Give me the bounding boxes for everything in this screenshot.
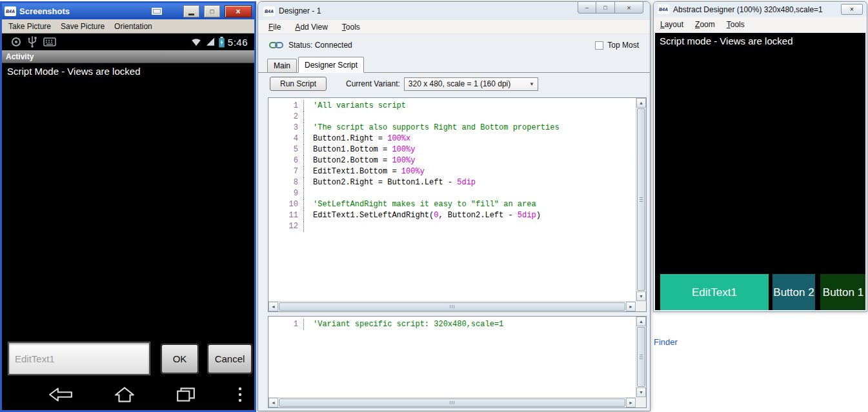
main-script-editor[interactable]: 1'All variants script23'The script also … [268,97,647,312]
battery-icon [218,37,225,48]
menu-add-view[interactable]: Add View [291,21,332,33]
menu-layout[interactable]: Layout [660,20,683,29]
abstract-designer-window: B4A Abstract Designer (100%) 320x480,sca… [653,1,867,312]
code-value: 5dip [518,211,536,220]
minimize-button[interactable]: – [578,2,596,14]
horizontal-scroll-thumb[interactable] [279,302,625,311]
code-value: 100%y [392,156,415,165]
designer-titlebar[interactable]: B4A Designer - 1 – □ × [258,2,650,20]
scroll-left-icon[interactable]: ◄ [268,398,278,407]
variant-dropdown[interactable]: 320 x 480, scale = 1 (160 dpi) ▼ [404,77,538,91]
menu-file[interactable]: File [265,21,285,33]
design-canvas[interactable]: Script mode - Views are locked EditText1… [655,33,865,310]
screen-capture-icon[interactable] [152,8,162,15]
android-statusbar: 5:46 [2,34,254,50]
line-number: 2 [268,112,303,123]
ok-button-label: OK [173,353,187,364]
maximize-button[interactable]: □ [596,2,615,14]
code-line: 6Button2.Bottom = 100%y [268,155,636,166]
line-number: 3 [268,123,303,133]
script-mode-message: Script mode - Views are locked [655,33,865,49]
usb-icon [28,36,37,48]
code-comment: 'The script also supports Right and Bott… [313,123,560,132]
code-value: 100%y [392,145,415,154]
scroll-down-icon[interactable]: ▼ [636,291,646,301]
line-number: 11 [268,210,303,221]
menu-orientation[interactable]: Orientation [114,22,152,31]
close-button[interactable]: × [225,5,252,17]
code-text: 'The script also supports Right and Bott… [303,123,636,133]
back-icon[interactable] [48,387,73,402]
screenshots-menubar: Take Picture Save Picture Orientation [2,19,254,34]
line-number: 1 [268,101,303,112]
close-button[interactable]: × [615,2,643,14]
scroll-right-icon[interactable]: ► [626,302,636,311]
run-script-button[interactable]: Run Script [270,77,327,91]
cancel-button[interactable]: Cancel [208,344,252,373]
code-code: Button1.Right = [313,134,387,143]
maximize-button[interactable]: □ [204,5,220,17]
scroll-up-icon[interactable]: ▲ [636,317,646,326]
code-comment: 'SetLeftAndRight makes it easy to "fill"… [313,200,536,209]
scroll-up-icon[interactable]: ▲ [636,98,646,108]
scroll-left-icon[interactable]: ◄ [268,302,278,311]
minimize-button[interactable] [183,5,199,17]
designer-menubar: File Add View Tools [258,20,650,34]
line-number: 6 [268,155,303,166]
vertical-scroll-thumb[interactable] [637,327,645,387]
scroll-right-icon[interactable]: ► [626,398,636,407]
window-controls: – □ × [578,2,643,14]
horizontal-scroll-thumb[interactable] [279,398,625,407]
close-button[interactable]: × [841,4,863,15]
statusbar-right-icons [190,37,225,48]
home-icon[interactable] [114,386,135,403]
background-finder-link[interactable]: Finder [654,337,678,347]
menu-dots-icon[interactable] [237,386,243,403]
script-toolbar: Run Script Current Variant: 320 x 480, s… [258,73,650,95]
designer-tabs: Main Designer Script [258,56,650,73]
variant-script-code[interactable]: 1'Variant specific script: 320x480,scale… [268,317,636,397]
line-number: 9 [268,188,303,199]
widget-label: EditText1 [692,286,737,299]
top-most-checkbox[interactable] [595,41,603,50]
menu-zoom[interactable]: Zoom [695,20,715,29]
desktop: We're changing our privacy policy and te… [0,0,868,412]
tab-main[interactable]: Main [267,59,297,72]
screenshots-titlebar[interactable]: B4A Screenshots □ × [2,3,254,19]
menu-save-picture[interactable]: Save Picture [61,22,105,31]
code-code: EditText1.SetLeftAndRight( [313,211,434,220]
recents-icon[interactable] [176,386,196,403]
edittext1-field[interactable]: EditText1 [8,342,150,375]
b4a-logo-icon: B4A [658,5,669,14]
abstract-titlebar[interactable]: B4A Abstract Designer (100%) 320x480,sca… [654,2,867,17]
code-text: Button1.Right = 100%x [303,133,636,144]
menu-take-picture[interactable]: Take Picture [8,22,51,31]
variant-script-editor[interactable]: 1'Variant specific script: 320x480,scale… [268,316,647,408]
variant-horizontal-scrollbar[interactable]: ◄ ► [268,397,636,407]
code-line: 4Button1.Right = 100%x [268,133,636,144]
main-vertical-scrollbar[interactable]: ▲ ▼ [636,98,646,301]
code-code: ) [536,211,541,220]
widget-button-2[interactable]: Button 2 [772,274,815,310]
scroll-down-icon[interactable]: ▼ [636,387,646,397]
widget-button-1[interactable]: Button 1 [820,274,865,310]
line-number: 1 [268,319,303,330]
main-horizontal-scrollbar[interactable]: ◄ ► [268,301,636,311]
code-line: 1'Variant specific script: 320x480,scale… [268,319,636,330]
tab-designer-script[interactable]: Designer Script [298,57,364,73]
code-comment: 'All variants script [313,101,406,110]
status-time: 5:46 [228,37,248,48]
code-text [303,188,636,199]
line-number: 5 [268,144,303,155]
code-line: 1'All variants script [268,101,636,112]
ok-button[interactable]: OK [161,344,198,373]
widget-edittext1[interactable]: EditText1 [660,274,769,310]
code-text [303,221,636,232]
main-script-code[interactable]: 1'All variants script23'The script also … [268,98,636,301]
code-value: 100%x [387,134,410,143]
menu-tools[interactable]: Tools [338,21,364,33]
menu-tools[interactable]: Tools [727,20,745,29]
vertical-scroll-thumb[interactable] [637,108,645,291]
widget-label: Button 1 [823,286,863,299]
variant-vertical-scrollbar[interactable]: ▲ ▼ [636,317,646,397]
